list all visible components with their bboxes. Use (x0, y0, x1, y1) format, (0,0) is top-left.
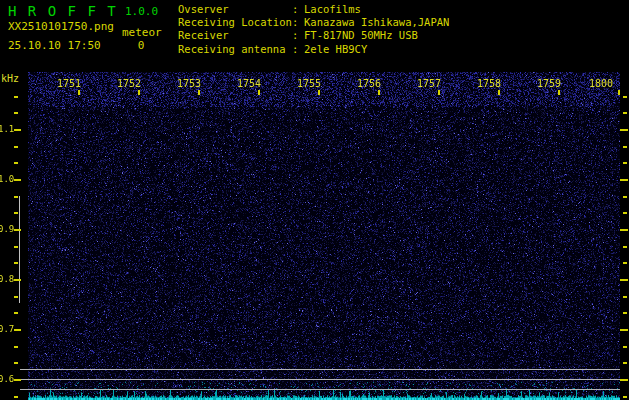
freq-tick-right (623, 346, 627, 348)
freq-tick-left (14, 312, 18, 314)
freq-tick-right (620, 379, 628, 381)
freq-tick-left (14, 179, 21, 181)
freq-tick-right (623, 112, 627, 114)
info-label: Receiving antenna (178, 43, 292, 56)
freq-tick-right (620, 229, 628, 231)
detection-window-indicator (19, 196, 20, 303)
freq-tick-right (620, 329, 628, 331)
freq-tick-left (14, 112, 18, 114)
info-separator: : (292, 43, 304, 56)
y-axis-unit-label: kHz (1, 73, 19, 84)
freq-tick-label: 0.6 (0, 374, 14, 384)
freq-tick-label: 1.0 (0, 174, 14, 184)
info-value: Lacofilms (304, 3, 449, 16)
info-label: Ovserver (178, 3, 292, 16)
freq-tick-label: 1.1 (0, 124, 14, 134)
freq-tick-left (14, 396, 18, 398)
freq-tick-left (14, 129, 21, 131)
datetime-label: 25.10.10 17:50 (8, 39, 101, 52)
freq-tick-right (623, 396, 627, 398)
freq-tick-label: 0.7 (0, 324, 14, 334)
freq-tick-left (14, 246, 18, 248)
freq-tick-left (14, 162, 18, 164)
freq-tick-right (620, 129, 628, 131)
info-separator: : (292, 3, 304, 16)
info-value: Kanazawa Ishikawa,JAPAN (304, 16, 449, 29)
meteor-count: 0 (131, 39, 151, 52)
freq-tick-right (623, 262, 627, 264)
spectrogram-canvas (28, 72, 620, 400)
freq-tick-left (14, 96, 18, 98)
app-version: 1.0.0 (125, 5, 158, 18)
freq-tick-right (623, 162, 627, 164)
station-info: Ovserver:LacofilmsReceiving Location:Kan… (178, 3, 449, 56)
freq-tick-right (620, 279, 628, 281)
freq-tick-right (623, 362, 627, 364)
freq-tick-right (623, 296, 627, 298)
freq-tick-right (623, 312, 627, 314)
freq-tick-left (14, 279, 21, 281)
freq-tick-left (14, 379, 21, 381)
freq-tick-right (623, 96, 627, 98)
freq-tick-right (620, 179, 628, 181)
info-value: FT-817ND 50MHz USB (304, 29, 449, 42)
freq-tick-right (623, 212, 627, 214)
info-label: Receiving Location (178, 16, 292, 29)
freq-tick-left (14, 262, 18, 264)
app-title: H R O F F T (8, 3, 117, 19)
info-value: 2ele HB9CY (304, 43, 449, 56)
freq-tick-right (623, 196, 627, 198)
mode-label: meteor (122, 26, 162, 39)
freq-tick-left (14, 296, 18, 298)
hrofft-screen: H R O F F T 1.0.0 XX2510101750.png meteo… (0, 0, 629, 400)
info-separator: : (292, 29, 304, 42)
freq-tick-label: 0.9 (0, 224, 14, 234)
freq-tick-left (14, 229, 21, 231)
info-label: Receiver (178, 29, 292, 42)
freq-tick-left (14, 146, 18, 148)
freq-tick-left (14, 196, 18, 198)
freq-tick-left (14, 362, 18, 364)
freq-tick-left (14, 346, 18, 348)
freq-tick-right (623, 146, 627, 148)
freq-tick-left (14, 212, 18, 214)
info-separator: : (292, 16, 304, 29)
output-filename: XX2510101750.png (8, 20, 114, 33)
freq-tick-left (14, 329, 21, 331)
freq-tick-label: 0.8 (0, 274, 14, 284)
freq-tick-right (623, 246, 627, 248)
